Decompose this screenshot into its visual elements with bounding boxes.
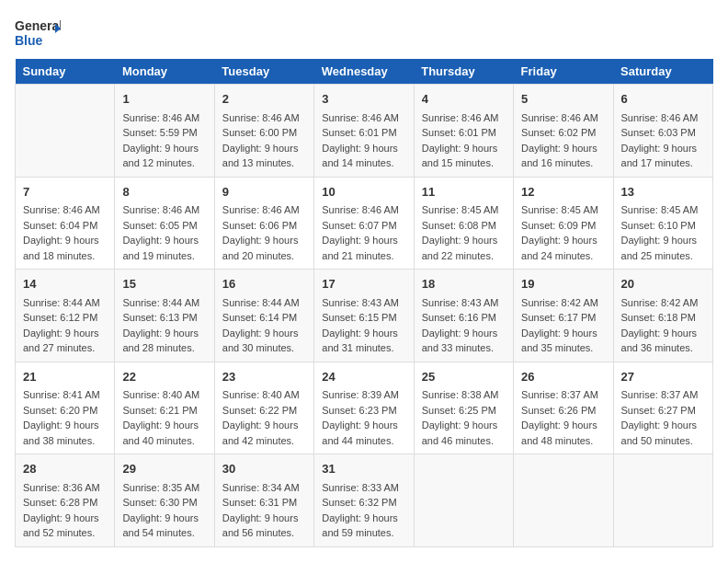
calendar-day-cell: 20Sunrise: 8:42 AMSunset: 6:18 PMDayligh… [613, 270, 712, 362]
day-info: Sunrise: 8:37 AMSunset: 6:27 PMDaylight:… [621, 387, 705, 448]
day-number: 13 [621, 183, 705, 201]
day-info: Sunrise: 8:39 AMSunset: 6:23 PMDaylight:… [322, 387, 405, 448]
day-info: Sunrise: 8:41 AMSunset: 6:20 PMDaylight:… [23, 387, 107, 448]
day-info: Sunrise: 8:40 AMSunset: 6:21 PMDaylight:… [122, 387, 206, 448]
day-of-week-header: Monday [115, 59, 214, 85]
calendar-day-cell: 26Sunrise: 8:37 AMSunset: 6:26 PMDayligh… [514, 362, 613, 454]
day-number: 7 [23, 183, 107, 201]
calendar-week-row: 21Sunrise: 8:41 AMSunset: 6:20 PMDayligh… [16, 362, 713, 454]
day-number: 21 [23, 368, 107, 386]
day-info: Sunrise: 8:46 AMSunset: 5:59 PMDaylight:… [122, 110, 206, 171]
calendar-day-cell [514, 454, 613, 547]
day-info: Sunrise: 8:44 AMSunset: 6:13 PMDaylight:… [122, 295, 206, 356]
day-info: Sunrise: 8:42 AMSunset: 6:17 PMDaylight:… [521, 295, 605, 356]
calendar-day-cell: 6Sunrise: 8:46 AMSunset: 6:03 PMDaylight… [613, 85, 712, 178]
day-number: 28 [23, 460, 107, 478]
day-number: 23 [222, 368, 306, 386]
day-of-week-header: Tuesday [214, 59, 313, 85]
calendar-day-cell: 27Sunrise: 8:37 AMSunset: 6:27 PMDayligh… [613, 362, 712, 454]
calendar-day-cell: 4Sunrise: 8:46 AMSunset: 6:01 PMDaylight… [414, 85, 513, 178]
calendar-day-cell [414, 454, 513, 547]
day-info: Sunrise: 8:44 AMSunset: 6:12 PMDaylight:… [23, 295, 107, 356]
calendar-table: SundayMondayTuesdayWednesdayThursdayFrid… [15, 59, 713, 547]
svg-text:General: General [15, 18, 61, 33]
day-of-week-header: Friday [514, 59, 613, 85]
calendar-day-cell: 13Sunrise: 8:45 AMSunset: 6:10 PMDayligh… [613, 177, 712, 270]
day-info: Sunrise: 8:38 AMSunset: 6:25 PMDaylight:… [422, 387, 506, 448]
calendar-day-cell: 28Sunrise: 8:36 AMSunset: 6:28 PMDayligh… [16, 454, 115, 547]
calendar-day-cell: 18Sunrise: 8:43 AMSunset: 6:16 PMDayligh… [414, 270, 513, 362]
day-number: 15 [122, 275, 206, 293]
page-header: GeneralBlue [15, 15, 713, 52]
day-of-week-header: Thursday [414, 59, 513, 85]
day-info: Sunrise: 8:34 AMSunset: 6:31 PMDaylight:… [222, 480, 306, 541]
calendar-day-cell: 8Sunrise: 8:46 AMSunset: 6:05 PMDaylight… [115, 177, 214, 270]
day-number: 29 [122, 460, 206, 478]
day-number: 31 [322, 460, 405, 478]
calendar-day-cell: 14Sunrise: 8:44 AMSunset: 6:12 PMDayligh… [16, 270, 115, 362]
calendar-day-cell: 10Sunrise: 8:46 AMSunset: 6:07 PMDayligh… [314, 177, 414, 270]
day-number: 2 [222, 90, 306, 109]
day-number: 26 [521, 368, 605, 386]
calendar-day-cell: 5Sunrise: 8:46 AMSunset: 6:02 PMDaylight… [514, 85, 613, 178]
day-info: Sunrise: 8:46 AMSunset: 6:00 PMDaylight:… [222, 110, 306, 171]
calendar-day-cell: 11Sunrise: 8:45 AMSunset: 6:08 PMDayligh… [414, 177, 513, 270]
day-info: Sunrise: 8:46 AMSunset: 6:01 PMDaylight:… [322, 110, 405, 171]
day-number: 24 [322, 368, 405, 386]
calendar-week-row: 7Sunrise: 8:46 AMSunset: 6:04 PMDaylight… [16, 177, 713, 270]
day-number: 1 [122, 90, 206, 109]
day-info: Sunrise: 8:46 AMSunset: 6:02 PMDaylight:… [521, 110, 605, 171]
logo-svg: GeneralBlue [15, 15, 61, 52]
day-info: Sunrise: 8:43 AMSunset: 6:15 PMDaylight:… [322, 295, 405, 356]
day-number: 8 [122, 183, 206, 201]
day-number: 22 [122, 368, 206, 386]
calendar-day-cell [16, 85, 115, 178]
day-number: 19 [521, 275, 605, 293]
calendar-day-cell: 3Sunrise: 8:46 AMSunset: 6:01 PMDaylight… [314, 85, 414, 178]
calendar-day-cell: 22Sunrise: 8:40 AMSunset: 6:21 PMDayligh… [115, 362, 214, 454]
calendar-day-cell: 9Sunrise: 8:46 AMSunset: 6:06 PMDaylight… [214, 177, 313, 270]
calendar-week-row: 1Sunrise: 8:46 AMSunset: 5:59 PMDaylight… [16, 85, 713, 178]
calendar-day-cell: 19Sunrise: 8:42 AMSunset: 6:17 PMDayligh… [514, 270, 613, 362]
calendar-day-cell [613, 454, 712, 547]
day-number: 4 [422, 90, 506, 109]
calendar-day-cell: 31Sunrise: 8:33 AMSunset: 6:32 PMDayligh… [314, 454, 414, 547]
calendar-day-cell: 15Sunrise: 8:44 AMSunset: 6:13 PMDayligh… [115, 270, 214, 362]
day-info: Sunrise: 8:46 AMSunset: 6:06 PMDaylight:… [222, 202, 306, 263]
day-number: 14 [23, 275, 107, 293]
day-number: 16 [222, 275, 306, 293]
day-of-week-header: Sunday [16, 59, 115, 85]
calendar-day-cell: 24Sunrise: 8:39 AMSunset: 6:23 PMDayligh… [314, 362, 414, 454]
day-info: Sunrise: 8:43 AMSunset: 6:16 PMDaylight:… [422, 295, 506, 356]
day-info: Sunrise: 8:42 AMSunset: 6:18 PMDaylight:… [621, 295, 705, 356]
day-info: Sunrise: 8:46 AMSunset: 6:03 PMDaylight:… [621, 110, 705, 171]
day-info: Sunrise: 8:37 AMSunset: 6:26 PMDaylight:… [521, 387, 605, 448]
day-info: Sunrise: 8:36 AMSunset: 6:28 PMDaylight:… [23, 480, 107, 541]
calendar-day-cell: 29Sunrise: 8:35 AMSunset: 6:30 PMDayligh… [115, 454, 214, 547]
day-number: 20 [621, 275, 705, 293]
day-number: 30 [222, 460, 306, 478]
day-info: Sunrise: 8:46 AMSunset: 6:07 PMDaylight:… [322, 202, 405, 263]
day-number: 10 [322, 183, 405, 201]
calendar-week-row: 14Sunrise: 8:44 AMSunset: 6:12 PMDayligh… [16, 270, 713, 362]
day-number: 27 [621, 368, 705, 386]
calendar-day-cell: 1Sunrise: 8:46 AMSunset: 5:59 PMDaylight… [115, 85, 214, 178]
day-info: Sunrise: 8:35 AMSunset: 6:30 PMDaylight:… [122, 480, 206, 541]
day-number: 3 [322, 90, 405, 109]
day-info: Sunrise: 8:46 AMSunset: 6:05 PMDaylight:… [122, 202, 206, 263]
svg-text:Blue: Blue [15, 33, 43, 48]
day-number: 18 [422, 275, 506, 293]
day-of-week-header: Wednesday [314, 59, 414, 85]
calendar-day-cell: 23Sunrise: 8:40 AMSunset: 6:22 PMDayligh… [214, 362, 313, 454]
calendar-day-cell: 2Sunrise: 8:46 AMSunset: 6:00 PMDaylight… [214, 85, 313, 178]
day-info: Sunrise: 8:33 AMSunset: 6:32 PMDaylight:… [322, 480, 405, 541]
day-number: 12 [521, 183, 605, 201]
calendar-day-cell: 17Sunrise: 8:43 AMSunset: 6:15 PMDayligh… [314, 270, 414, 362]
day-info: Sunrise: 8:45 AMSunset: 6:08 PMDaylight:… [422, 202, 506, 263]
day-number: 17 [322, 275, 405, 293]
day-number: 11 [422, 183, 506, 201]
day-info: Sunrise: 8:44 AMSunset: 6:14 PMDaylight:… [222, 295, 306, 356]
day-info: Sunrise: 8:40 AMSunset: 6:22 PMDaylight:… [222, 387, 306, 448]
day-info: Sunrise: 8:45 AMSunset: 6:10 PMDaylight:… [621, 202, 705, 263]
day-number: 25 [422, 368, 506, 386]
